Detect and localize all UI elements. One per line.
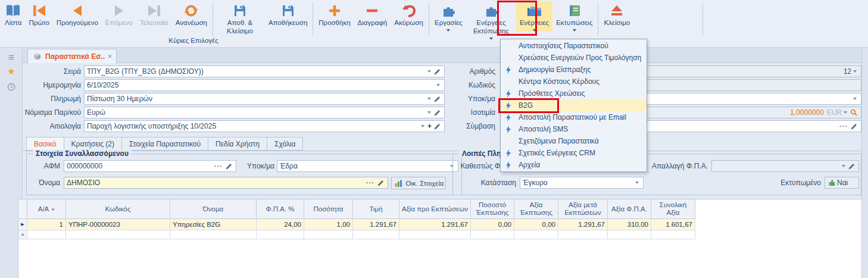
cancel-button[interactable]: Ακύρωση [391, 1, 427, 27]
reports-button[interactable]: Εκτυπώσεις [552, 1, 596, 32]
new-cell[interactable] [514, 230, 558, 239]
cell-posotita[interactable]: 1,00 [304, 219, 353, 230]
column-header-timi[interactable]: Τιμή [353, 199, 399, 219]
trader-branch-field[interactable]: Έδρα [277, 160, 458, 172]
close-icon[interactable]: × [108, 52, 112, 61]
currency-field[interactable]: Ευρώ [84, 107, 445, 118]
cell-axia-meta[interactable]: 1.291,67 [558, 219, 608, 230]
chevron-down-icon[interactable] [427, 98, 431, 100]
magnifier-icon[interactable] [850, 109, 857, 116]
tab-kratiseis[interactable]: Κρατήσεις (2) [64, 137, 122, 151]
new-cell[interactable] [608, 230, 651, 239]
new-cell[interactable] [399, 230, 471, 239]
chevron-down-icon[interactable] [853, 70, 857, 73]
payment-field[interactable]: Πίστωση 30 Ημερών [84, 93, 445, 105]
column-header-fpa[interactable]: Φ.Π.Α. % [257, 199, 304, 219]
menu-item-arxeia[interactable]: Αρχεία [501, 159, 647, 171]
pencil-icon[interactable] [848, 163, 855, 170]
column-header-axia-ekpt[interactable]: Αξία Έκπτωσης [514, 199, 558, 219]
new-cell[interactable] [558, 230, 608, 239]
tab-pedia-xristi[interactable]: Πεδία Χρήστη [208, 137, 267, 151]
column-header-kodikos[interactable]: Κωδικός [66, 199, 170, 219]
table-row[interactable]: ▶ 1 ΥΠΗΡ-00000023 Υπηρεσίες B2G 24,00 1,… [18, 219, 861, 230]
tab-sxolia[interactable]: Σχόλια [267, 137, 303, 151]
menu-item-kentra-kostous[interactable]: Κέντρα Κόστους Κέρδους [501, 76, 647, 88]
new-cell[interactable] [304, 230, 353, 239]
history-clock-icon[interactable] [0, 83, 23, 93]
cell-axia-fpa[interactable]: 310,00 [608, 219, 651, 230]
new-cell[interactable] [651, 230, 695, 239]
menu-item-apostoli-sms[interactable]: Αποστολή SMS [501, 123, 647, 135]
save-button[interactable]: Αποθήκευση [265, 1, 311, 27]
close-button[interactable]: Κλείσιμο [600, 1, 633, 27]
previous-button[interactable]: Προηγούμενο [53, 1, 102, 27]
menu-item-sxetizomena[interactable]: Σχετιζόμενα Παραστατικά [501, 135, 647, 147]
new-cell[interactable] [170, 230, 257, 239]
column-header-synoliki[interactable]: Συνολική Αξία [651, 199, 695, 219]
cell-aa[interactable]: 1 [27, 219, 66, 230]
cell-timi[interactable]: 1.291,67 [353, 219, 399, 230]
chevron-down-icon[interactable] [844, 111, 847, 114]
cell-axia-ekpt[interactable]: 0,00 [514, 219, 558, 230]
menu-item-apostoli-email[interactable]: Αποστολή Παραστατικού με Email [501, 111, 647, 123]
chevron-down-icon[interactable] [421, 125, 424, 127]
column-header-axia-pro[interactable]: Αξία προ Εκπτώσεων [399, 199, 471, 219]
menu-item-b2g[interactable]: B2G [501, 99, 647, 111]
name-field[interactable]: ΔΗΜΟΣΙΟ ··· [64, 177, 388, 189]
column-header-pososto-ekpt[interactable]: Ποσοστό Έκπτωσης [471, 199, 514, 219]
menu-icon[interactable]: ≡ [0, 52, 23, 64]
pencil-icon[interactable] [226, 163, 232, 170]
reason-field[interactable]: Παροχή λογιστικής υποστήριξης 10/2025 + [84, 120, 445, 132]
tab-stoixeia-parastatikou[interactable]: Στοιχεία Παραστατικού [121, 137, 208, 151]
save-close-button[interactable]: Αποθ. & Κλείσιμο [215, 1, 265, 36]
ellipsis-icon[interactable]: ··· [839, 123, 848, 130]
chevron-down-icon[interactable] [635, 182, 639, 184]
list-button[interactable]: Λίστα [1, 1, 25, 27]
column-header-posotita[interactable]: Ποσότητα [304, 199, 353, 219]
chevron-down-icon[interactable] [427, 111, 431, 114]
column-header-axia-meta[interactable]: Αξία μετά Εκπτώσεων [558, 199, 608, 219]
afm-field[interactable]: 000000000 ··· [64, 160, 236, 172]
new-cell[interactable] [257, 230, 304, 239]
new-cell[interactable] [471, 230, 514, 239]
new-cell[interactable] [27, 230, 66, 239]
chevron-down-icon[interactable] [842, 165, 845, 167]
cell-axia-pro[interactable]: 1.291,67 [399, 219, 471, 230]
ellipsis-icon[interactable]: ··· [366, 179, 374, 186]
refresh-button[interactable]: Ανανέωση [172, 1, 211, 27]
favorites-star-icon[interactable]: ★ [0, 66, 23, 77]
tasks-button[interactable]: Εργασίες [431, 1, 466, 32]
ellipsis-icon[interactable]: ··· [214, 163, 223, 170]
menu-item-dimiourgia-eispraksis[interactable]: Δημιουργία Είσπραξης [501, 64, 647, 76]
chevron-down-icon[interactable] [853, 98, 857, 100]
column-header-onoma[interactable]: Όνομα [170, 199, 257, 219]
cell-synoliki[interactable]: 1.601,67 [651, 219, 695, 230]
delete-button[interactable]: Διαγραφή [354, 1, 391, 27]
date-field[interactable]: 6/10/2025 [84, 79, 445, 91]
financial-data-button[interactable]: Οικ. Στοιχεία [391, 177, 446, 189]
actions-button[interactable]: Ενέργειες [516, 1, 552, 32]
tab-vasiko[interactable]: Βασικό [26, 137, 64, 151]
menu-item-antistoixiseis[interactable]: Αντιστοιχίσεις Παραστατικού [501, 40, 647, 52]
new-cell[interactable] [66, 230, 170, 239]
new-cell[interactable] [353, 230, 399, 239]
cell-kodikos[interactable]: ΥΠΗΡ-00000023 [66, 219, 170, 230]
cell-onoma[interactable]: Υπηρεσίες B2G [170, 219, 257, 230]
first-button[interactable]: Πρώτο [25, 1, 52, 27]
column-header-aa[interactable]: Α/Α [27, 199, 66, 219]
add-button[interactable]: Προσθήκη [315, 1, 354, 27]
column-header-axia-fpa[interactable]: Αξία Φ.Π.Α. [608, 199, 651, 219]
new-row[interactable]: * [18, 230, 861, 239]
print-actions-button[interactable]: Ενέργειες Εκτύπωσης [466, 1, 516, 40]
cell-pososto-ekpt[interactable]: 0,00 [471, 219, 514, 230]
doc-tab-parastatika[interactable]: Παραστατικά Εσ... × [27, 49, 117, 63]
plus-icon[interactable]: + [427, 122, 432, 130]
cell-fpa[interactable]: 24,00 [257, 219, 304, 230]
chevron-down-icon[interactable] [427, 70, 431, 73]
menu-item-xreoseis-energeion[interactable]: Χρεώσεις Ενεργειών Προς Τιμολόγηση [501, 52, 647, 64]
pencil-icon[interactable] [377, 180, 384, 186]
series-field[interactable]: ΤΠΥ_B2G (ΤΠΥ_B2G (ΔΗΜΟΣΙΟΥ)) [84, 65, 445, 77]
pencil-icon[interactable] [851, 123, 857, 130]
menu-item-prosthetes-xreoseis[interactable]: Πρόσθετες Χρεώσεις [501, 88, 647, 99]
vat-exemption-field[interactable] [711, 160, 859, 172]
